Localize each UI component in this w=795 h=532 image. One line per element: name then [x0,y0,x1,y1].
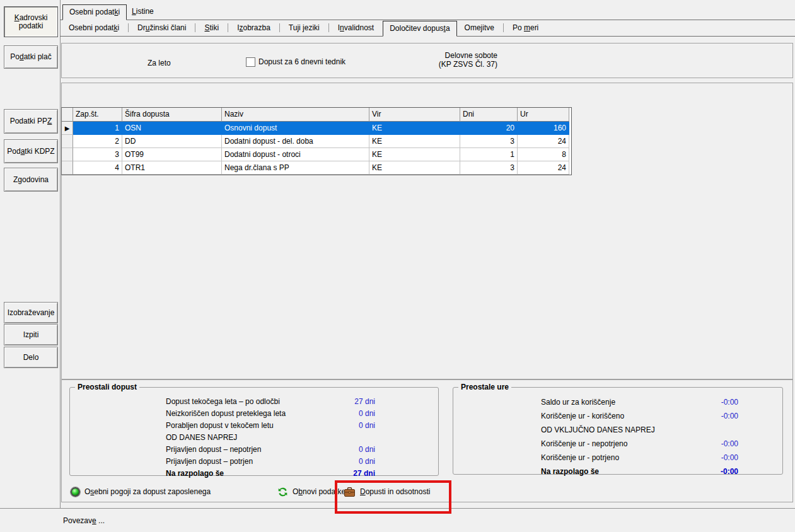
cell-vir: KE [369,135,460,148]
subtab-invalidnost[interactable]: Invalidnost [333,21,379,36]
group-title: Preostale ure [458,383,511,391]
cell-ur: 8 [518,148,569,161]
summary-value: 27 dni [353,469,375,478]
cell-naziv: Dodatni dopust - otroci [222,148,369,161]
sidebar-item-delo[interactable]: Delo [4,347,58,368]
tab-divider-line [60,20,795,20]
sidebar-item-podatki-kdpz[interactable]: Podatki KDPZ [4,139,58,163]
summary-label: Porabljen dopust v tekočem letu [166,421,274,430]
summary-value: -0:00 [721,467,738,476]
refresh-icon [277,487,288,497]
separator [279,23,280,32]
summary-label: Koriščenje ur - nepotrjeno [541,439,627,448]
green-orb-icon [71,487,80,497]
subtab-po-meri[interactable]: Po meri [508,21,543,36]
sidebar-item-izobrazevanje[interactable]: Izobraževanje [4,302,58,323]
summary-label: Dopust tekočega leta – po odločbi [166,397,280,406]
sidebar-item-label: Podatki PPZ [10,117,52,125]
summary-label: Na razpolago še [166,469,224,478]
cell-zapst: 4 [73,161,122,175]
cell-zapst: 3 [73,148,122,161]
summary-value: 27 dni [354,397,375,406]
cell-sifra: DD [122,135,222,148]
cell-sifra: OTR1 [122,161,222,175]
leaves-and-absences-button[interactable]: Dopusti in odsotnosti [344,484,430,499]
column-header-sifra[interactable]: Šifra dopusta [122,108,222,122]
current-row-arrow-icon: ▶ [62,122,73,135]
summary-label: Neizkoriščen dopust preteklega leta [166,409,286,418]
cell-naziv: Osnovni dopust [222,122,369,135]
sidebar-item-kadrovski-podatki[interactable]: Kadrovski podatki [4,6,58,37]
personal-leave-conditions-button[interactable]: Osebni pogoji za dopust zaposlenega [71,484,211,499]
cell-dni: 1 [460,148,518,161]
tab-listine[interactable]: Listine [127,4,159,20]
summary-value: 0 dni [359,409,375,418]
cell-naziv: Dodatni dopust - del. doba [222,135,369,148]
table-row[interactable]: 3 OT99 Dodatni dopust - otroci KE 1 8 [62,148,571,161]
cell-ur: 24 [518,161,569,175]
subtab-stiki[interactable]: Stiki [199,21,224,36]
row-selector-cell [62,148,73,161]
separator [328,23,329,32]
sidebar: Kadrovski podatki Podatki plač Podatki P… [0,0,61,508]
summary-label: Koriščenje ur - potrjeno [541,453,619,462]
table-row[interactable]: 4 OTR1 Nega dr.člana s PP KE 3 24 [62,161,571,175]
tab-osebni-podatki[interactable]: Osebni podatki [62,4,127,20]
group-title: Preostali dopust [75,383,139,391]
cell-zapst: 1 [73,122,122,135]
sidebar-item-podatki-plac[interactable]: Podatki plač [4,45,58,69]
summary-label: Prijavljen dopust – nepotrjen [166,445,261,454]
sidebar-item-izpiti[interactable]: Izpiti [4,324,58,345]
cell-ur: 160 [518,122,569,135]
table-row[interactable]: ▶ 1 OSN Osnovni dopust KE 20 160 [62,122,571,135]
subtab-tuji-jeziki[interactable]: Tuji jeziki [284,21,325,36]
summary-value: -0:00 [721,398,738,407]
button-label: Obnovi podatke [293,487,345,496]
cell-ur: 24 [518,135,569,148]
column-header-vir[interactable]: Vir [369,108,460,122]
subtab-izobrazba[interactable]: Izobrazba [232,21,276,36]
column-header-ur[interactable]: Ur [518,108,569,122]
cell-dni: 3 [460,135,518,148]
subtab-dolocitev-dopusta[interactable]: Določitev dopusta [383,21,456,37]
row-selector-cell [62,161,73,175]
sidebar-item-label: Zgodovina [13,176,49,184]
column-header-zapst[interactable]: Zap.št. [73,108,122,122]
briefcase-icon [344,487,356,497]
cell-naziv: Nega dr.člana s PP [222,161,369,175]
sidebar-item-label: Izobraževanje [8,309,55,317]
subtab-omejitve[interactable]: Omejitve [460,21,499,36]
six-day-week-label: Dopust za 6 dnevni tednik [258,57,345,66]
subtab-druzinski-clani[interactable]: Družinski člani [132,21,191,36]
leave-table: Zap.št. Šifra dopusta Naziv Vir Dni Ur ▶… [61,107,572,175]
cell-sifra: OSN [122,122,222,135]
summary-value: -0:00 [721,412,738,420]
cell-vir: KE [369,122,460,135]
cell-zapst: 2 [73,135,122,148]
six-day-week-checkbox[interactable] [246,57,255,67]
sidebar-item-podatki-ppz[interactable]: Podatki PPZ [4,109,58,134]
summary-label: OD DANES NAPREJ [166,433,237,442]
sidebar-item-label: Podatki KDPZ [7,147,54,156]
separator [128,23,129,32]
row-selector-header [62,108,73,122]
row-selector-cell [62,135,73,148]
refresh-data-button[interactable]: Obnovi podatke [277,484,345,499]
sidebar-item-label: Delo [23,354,39,362]
summary-value: 0 dni [359,445,375,454]
remaining-hours-group: Preostale ure Saldo ur za koriščenje-0:0… [453,387,783,475]
column-header-naziv[interactable]: Naziv [222,108,369,122]
status-text[interactable]: Povezave ... [63,516,105,525]
button-label: Dopusti in odsotnosti [360,487,430,496]
summary-value: 0 dni [359,457,375,466]
summary-label: OD VKLJUČNO DANES NAPREJ [541,425,655,434]
summary-label: Koriščenje ur - koriščeno [541,412,624,420]
subtab-osebni-podatki[interactable]: Osebni podatki [64,21,124,36]
sidebar-item-zgodovina[interactable]: Zgodovina [4,168,58,192]
table-row[interactable]: 2 DD Dodatni dopust - del. doba KE 3 24 [62,135,571,148]
sub-tab-bar: Osebni podatki Družinski člani Stiki Izo… [64,21,543,36]
summary-value: 0 dni [359,421,375,430]
column-header-dni[interactable]: Dni [460,108,518,122]
summary-value: -0:00 [721,453,738,462]
separator [228,23,228,32]
